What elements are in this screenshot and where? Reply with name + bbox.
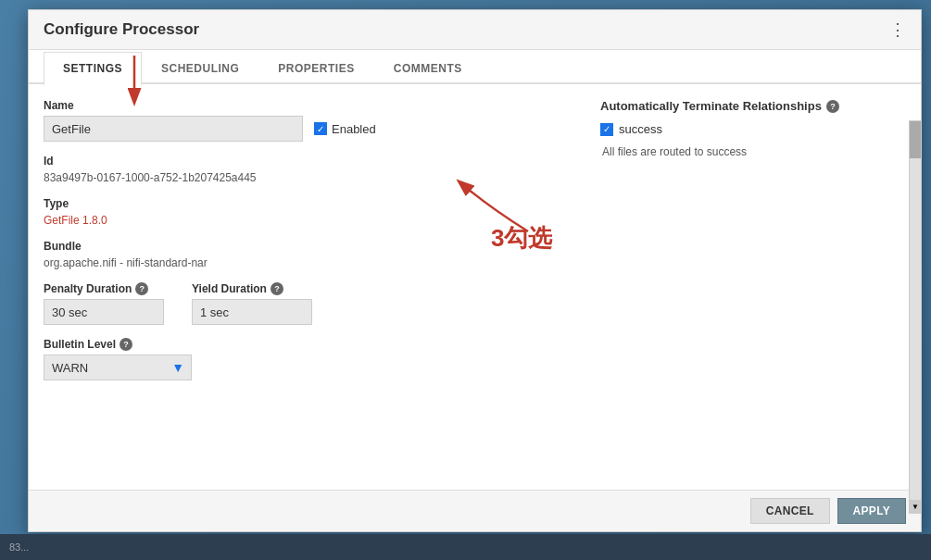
tab-properties[interactable]: PROPERTIES bbox=[258, 52, 373, 84]
dialog-menu-icon[interactable]: ⋮ bbox=[889, 19, 906, 40]
auto-terminate-help-icon[interactable]: ? bbox=[826, 100, 839, 113]
penalty-duration-label: Penalty Duration ? bbox=[44, 282, 164, 295]
yield-duration-group: Yield Duration ? bbox=[192, 282, 312, 325]
scrollbar-thumb[interactable] bbox=[910, 121, 921, 158]
scrollbar[interactable]: ▼ bbox=[909, 120, 922, 514]
annotation-text: 3勾选 bbox=[491, 222, 552, 255]
id-label: Id bbox=[44, 155, 572, 168]
name-row: ✓ Enabled bbox=[44, 116, 572, 142]
tab-scheduling[interactable]: SCHEDULING bbox=[142, 52, 258, 84]
name-input[interactable] bbox=[44, 116, 303, 142]
right-column: Automatically Terminate Relationships ? … bbox=[591, 99, 906, 475]
dialog-body: Name ✓ Enabled Id 83a9497b-0167-1000-a75… bbox=[29, 84, 921, 490]
bottom-bar-text: 83... bbox=[9, 541, 29, 553]
auto-terminate-title: Automatically Terminate Relationships ? bbox=[600, 99, 906, 113]
penalty-help-icon[interactable]: ? bbox=[135, 282, 148, 295]
bulletin-level-label: Bulletin Level ? bbox=[44, 338, 572, 351]
cancel-button[interactable]: CANCEL bbox=[750, 498, 830, 524]
configure-processor-dialog: Configure Processor ⋮ SETTINGS SCHEDULIN… bbox=[28, 9, 922, 532]
bulletin-select-wrapper: WARN DEBUG INFO ERROR ▼ bbox=[44, 355, 192, 380]
penalty-duration-input[interactable] bbox=[44, 299, 164, 325]
enabled-check: ✓ Enabled bbox=[314, 122, 376, 136]
duration-row: Penalty Duration ? Yield Duration ? bbox=[44, 282, 572, 325]
scrollbar-down-arrow[interactable]: ▼ bbox=[910, 500, 921, 513]
yield-duration-label: Yield Duration ? bbox=[192, 282, 312, 295]
apply-button[interactable]: APPLY bbox=[837, 498, 906, 524]
dialog-footer: CANCEL APPLY bbox=[29, 490, 921, 531]
enabled-label: Enabled bbox=[332, 122, 376, 136]
bottom-bar: 83... bbox=[0, 534, 931, 560]
success-label: success bbox=[619, 122, 662, 136]
success-check-row: ✓ success bbox=[600, 122, 906, 136]
tabs-bar: SETTINGS SCHEDULING PROPERTIES COMMENTS bbox=[29, 50, 921, 84]
penalty-duration-group: Penalty Duration ? bbox=[44, 282, 164, 325]
bulletin-help-icon[interactable]: ? bbox=[120, 338, 132, 351]
dialog-title-bar: Configure Processor ⋮ bbox=[29, 10, 921, 50]
yield-help-icon[interactable]: ? bbox=[270, 282, 283, 295]
yield-duration-input[interactable] bbox=[192, 299, 312, 325]
bulletin-level-select[interactable]: WARN DEBUG INFO ERROR bbox=[44, 355, 192, 380]
enabled-checkbox[interactable]: ✓ bbox=[314, 122, 327, 135]
bundle-value: org.apache.nifi - nifi-standard-nar bbox=[44, 256, 572, 269]
bulletin-level-section: Bulletin Level ? WARN DEBUG INFO ERROR ▼ bbox=[44, 338, 572, 380]
success-note: All files are routed to success bbox=[602, 145, 906, 158]
left-column: Name ✓ Enabled Id 83a9497b-0167-1000-a75… bbox=[44, 99, 572, 475]
tab-comments[interactable]: COMMENTS bbox=[374, 52, 482, 84]
dialog-title: Configure Processor bbox=[44, 20, 199, 39]
settings-arrow bbox=[120, 56, 148, 106]
success-checkbox[interactable]: ✓ bbox=[600, 123, 613, 136]
